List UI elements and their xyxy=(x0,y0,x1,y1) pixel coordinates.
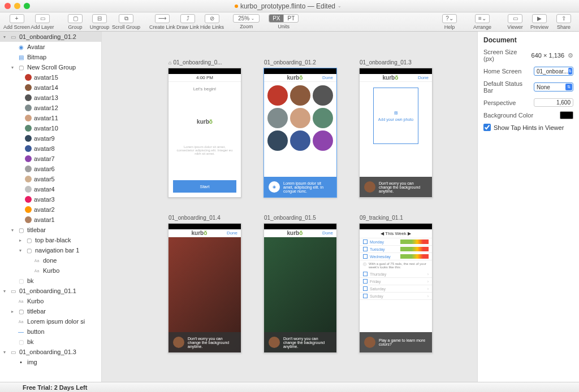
artboard[interactable]: 01_onboarding_01.5kurbŏDoneDon't worry y… xyxy=(263,223,337,353)
disclosure-icon[interactable]: ▸ xyxy=(18,238,23,243)
layer-item[interactable]: —button xyxy=(0,326,101,337)
layer-item[interactable]: avatar7 xyxy=(0,154,101,164)
create-link-button[interactable]: ⟶Create Link xyxy=(149,14,175,30)
layer-item[interactable]: ▾▢titlebar xyxy=(0,225,101,235)
zoom-control[interactable]: 25%⌄ Zoom xyxy=(233,14,260,29)
hide-links-button[interactable]: ⊘Hide Links xyxy=(200,14,224,30)
arrange-button[interactable]: ≡⌄Arrange xyxy=(470,14,494,30)
layer-item[interactable]: ▢bk xyxy=(0,337,101,347)
day-checkbox-icon[interactable] xyxy=(363,254,368,259)
status-bar-select[interactable]: None⇅ xyxy=(534,82,573,92)
disclosure-icon[interactable]: ▸ xyxy=(10,309,15,314)
ungroup-button[interactable]: ⊟Ungroup xyxy=(88,14,111,30)
disclosure-icon[interactable]: ▾ xyxy=(10,228,15,233)
layer-item[interactable]: avatar1 xyxy=(0,215,101,225)
layers-sidebar[interactable]: ▾▭01_onboarding_01.2◉Avatar▤Bitmap▾▢New … xyxy=(0,32,102,382)
units-px-button[interactable]: PX xyxy=(269,15,284,22)
share-button[interactable]: ⇧Share xyxy=(552,14,576,30)
scroll-group-button[interactable]: ⧉Scroll Group xyxy=(112,14,140,30)
layer-label: avatar9 xyxy=(34,135,55,142)
layer-item[interactable]: ▤Bitmap xyxy=(0,52,101,62)
layer-item[interactable]: Aadone xyxy=(0,255,101,265)
layer-item[interactable]: avatar9 xyxy=(0,133,101,143)
layer-label: avatar8 xyxy=(34,145,55,152)
layer-label: avatar7 xyxy=(34,155,55,162)
layer-item[interactable]: avatar2 xyxy=(0,204,101,215)
layer-item[interactable]: ▢bk xyxy=(0,276,101,286)
home-screen-select[interactable]: 01_onboar...⇅ xyxy=(534,67,573,76)
disclosure-icon[interactable]: ▾ xyxy=(2,289,7,294)
layer-item[interactable]: avatar5 xyxy=(0,174,101,184)
units-pt-button[interactable]: PT xyxy=(284,15,298,22)
title-chevron-icon[interactable]: ⌄ xyxy=(338,3,342,8)
layer-label: New Scroll Group xyxy=(27,64,76,71)
layer-item[interactable]: avatar6 xyxy=(0,164,101,174)
layer-item[interactable]: avatar13 xyxy=(0,93,101,103)
group-button[interactable]: ▢Group xyxy=(63,14,87,30)
layer-item[interactable]: AaLorem ipsum dolor si xyxy=(0,316,101,326)
layer-item[interactable]: ▾▢navigation bar 1 xyxy=(0,245,101,255)
layer-item[interactable]: AaKurbo xyxy=(0,265,101,276)
artboard-label[interactable]: 01_onboarding_01.4 xyxy=(168,215,221,221)
layer-label: avatar4 xyxy=(34,186,55,193)
add-screen-button[interactable]: +Add Screen xyxy=(3,14,30,30)
screen-icon: ▭ xyxy=(9,349,17,355)
day-checkbox-icon[interactable] xyxy=(363,279,368,284)
layer-item[interactable]: •img xyxy=(0,357,101,367)
artboard-label[interactable]: 09_tracking_01.1 xyxy=(360,215,403,221)
artboard[interactable]: 01_onboarding_01.3kurbŏDone▧Add your own… xyxy=(359,68,433,198)
day-checkbox-icon[interactable] xyxy=(363,239,368,244)
screen-icon: ▭ xyxy=(9,33,17,40)
disclosure-icon[interactable]: ▾ xyxy=(2,350,7,355)
bg-color-swatch[interactable] xyxy=(560,111,573,119)
bitmap-icon: ▤ xyxy=(17,54,25,60)
zoom-window-button[interactable] xyxy=(24,3,30,9)
artboard-label[interactable]: 01_onboarding_01.3 xyxy=(360,59,412,66)
units-label: Units xyxy=(278,24,290,29)
minimize-window-button[interactable] xyxy=(14,3,20,9)
artboard[interactable]: ⌂01_onboarding_0...4:00 PMLet's begin!ku… xyxy=(168,68,241,198)
layer-item[interactable]: ▸▢top bar-black xyxy=(0,235,101,245)
layer-item[interactable]: ▸▢titlebar xyxy=(0,306,101,316)
layer-item[interactable]: avatar12 xyxy=(0,103,101,113)
layer-item[interactable]: avatar4 xyxy=(0,184,101,194)
layer-item[interactable]: avatar3 xyxy=(0,194,101,204)
day-checkbox-icon[interactable] xyxy=(363,294,368,298)
layer-label: done xyxy=(43,257,57,264)
layer-item[interactable]: ▾▭01_onboarding_01.1 xyxy=(0,286,101,296)
artboard[interactable]: 09_tracking_01.1◀ This Week ▶MondayTuesd… xyxy=(359,223,433,353)
layer-item[interactable]: AaKurbo xyxy=(0,296,101,306)
viewer-button[interactable]: ▭Viewer xyxy=(503,14,527,30)
layer-item[interactable]: avatar11 xyxy=(0,113,101,123)
layer-label: Bitmap xyxy=(27,54,46,60)
add-layer-button[interactable]: ▭Add Layer xyxy=(31,14,54,30)
screen-size-gear-icon[interactable]: ⚙ xyxy=(568,52,573,59)
layer-item[interactable]: avatar15 xyxy=(0,72,101,82)
draw-link-button[interactable]: ⤴Draw Link xyxy=(176,14,200,30)
artboard[interactable]: 01_onboarding_01.4kurbŏDoneDon't worry y… xyxy=(168,223,241,353)
artboard[interactable]: 01_onboarding_01.2kurbŏDone◉Lorem ipsum … xyxy=(263,68,337,198)
close-window-button[interactable] xyxy=(5,3,11,9)
layer-item[interactable]: avatar8 xyxy=(0,143,101,154)
layer-label: titlebar xyxy=(27,227,46,233)
canvas-area[interactable]: ⌂01_onboarding_0...4:00 PMLet's begin!ku… xyxy=(102,32,477,382)
layer-item[interactable]: ▾▭01_onboarding_01.3 xyxy=(0,347,101,357)
disclosure-icon[interactable]: ▾ xyxy=(2,34,7,40)
day-checkbox-icon[interactable] xyxy=(363,286,368,291)
preview-button[interactable]: ▶Preview xyxy=(528,14,551,30)
artboard-label[interactable]: ⌂01_onboarding_0... xyxy=(168,59,222,66)
day-checkbox-icon[interactable] xyxy=(363,272,368,276)
layer-item[interactable]: ▾▭01_onboarding_01.2 xyxy=(0,32,101,42)
tap-hints-checkbox[interactable] xyxy=(483,124,491,131)
help-button[interactable]: ?⌄Help xyxy=(438,14,461,30)
disclosure-icon[interactable]: ▾ xyxy=(18,248,23,253)
layer-item[interactable]: ◉Avatar xyxy=(0,42,101,52)
layer-item[interactable]: avatar14 xyxy=(0,82,101,93)
perspective-input[interactable]: 1,600 xyxy=(534,98,573,107)
artboard-label[interactable]: 01_onboarding_01.2 xyxy=(264,59,316,66)
layer-item[interactable]: ▾▢New Scroll Group xyxy=(0,62,101,72)
disclosure-icon[interactable]: ▾ xyxy=(10,65,15,70)
artboard-label[interactable]: 01_onboarding_01.5 xyxy=(264,215,316,221)
layer-item[interactable]: avatar10 xyxy=(0,123,101,133)
day-checkbox-icon[interactable] xyxy=(363,247,368,251)
